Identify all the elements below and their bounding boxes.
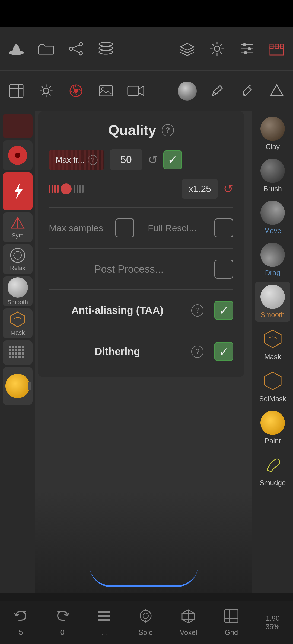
svg-rect-20	[275, 44, 278, 48]
svg-rect-56	[15, 352, 17, 355]
multiplier-reset[interactable]: ↺	[223, 182, 233, 196]
svg-rect-47	[18, 346, 21, 348]
left-tool-red-circle[interactable]	[3, 140, 33, 170]
layers-icon[interactable]	[176, 38, 198, 60]
grid-label: Grid	[225, 628, 238, 637]
smudge-label: Smudge	[260, 479, 286, 487]
left-tool-flash[interactable]	[3, 172, 33, 210]
anti-aliasing-help-icon[interactable]: ?	[191, 304, 203, 317]
content-area: Sym Relax Smooth Mask Clay	[0, 111, 293, 593]
max-fr-checkbox[interactable]: ✓	[163, 150, 182, 169]
max-samples-checkbox[interactable]	[115, 218, 134, 237]
pen-icon[interactable]: ...	[206, 80, 228, 102]
nav-voxel[interactable]: Voxel	[180, 608, 197, 637]
nav-menu[interactable]: ...	[97, 608, 112, 637]
castle-icon[interactable]	[266, 38, 288, 60]
grid-icon[interactable]	[5, 80, 27, 102]
svg-point-1	[79, 43, 82, 46]
left-tool-paint-ball[interactable]	[3, 367, 33, 405]
multiplier-value[interactable]: x1.25	[182, 179, 218, 199]
max-fr-button[interactable]: Max fr... ?	[49, 150, 104, 170]
right-tool-selmask[interactable]: SelMask	[255, 366, 290, 406]
tick8	[82, 185, 84, 193]
triangle-icon[interactable]	[266, 80, 288, 102]
share-icon[interactable]	[65, 38, 87, 60]
full-resol-checkbox[interactable]	[214, 218, 233, 237]
svg-rect-64	[98, 611, 110, 613]
mask-left-label: Mask	[11, 329, 25, 336]
solo-label: Solo	[139, 628, 153, 637]
nav-solo[interactable]: Solo	[138, 608, 153, 637]
left-tool-smooth[interactable]: Smooth	[3, 276, 33, 306]
brush-label: Brush	[263, 185, 282, 193]
left-tool-dots[interactable]	[3, 340, 33, 365]
max-fr-help-icon[interactable]: ?	[88, 155, 98, 165]
slider-thumb[interactable]	[61, 183, 72, 194]
left-tool-darkbox[interactable]	[3, 114, 33, 138]
anti-aliasing-checkbox[interactable]: ✓	[214, 301, 233, 320]
image-icon[interactable]	[95, 80, 117, 102]
settings-icon[interactable]	[206, 38, 228, 60]
svg-line-34	[73, 86, 74, 91]
nav-grid[interactable]: Grid	[224, 608, 239, 637]
hat-icon[interactable]	[5, 38, 27, 60]
svg-rect-37	[128, 86, 139, 95]
samples-resol-row: Max samples Full Resol...	[49, 213, 233, 243]
svg-rect-35	[99, 86, 113, 96]
right-tool-mask[interactable]: Mask	[255, 324, 290, 364]
right-tool-clay[interactable]: Clay	[255, 114, 290, 154]
right-tool-move[interactable]: Move	[255, 198, 290, 238]
post-process-checkbox[interactable]	[214, 260, 233, 279]
blue-arc	[90, 565, 198, 587]
paint-label: Paint	[265, 437, 281, 445]
sliders-icon[interactable]: ...	[236, 38, 258, 60]
redo-icon	[55, 608, 70, 626]
left-tool-mask[interactable]: Mask	[3, 308, 33, 338]
svg-rect-22	[10, 84, 23, 98]
video-icon[interactable]	[125, 80, 146, 102]
svg-point-2	[79, 52, 82, 55]
right-tool-smooth[interactable]: Smooth	[255, 282, 290, 322]
folder-icon[interactable]	[35, 38, 57, 60]
stack-icon[interactable]: ...	[95, 38, 117, 60]
dithering-help-icon[interactable]: ?	[191, 346, 203, 358]
tick6	[77, 185, 78, 193]
relax-label: Relax	[10, 265, 25, 272]
svg-text:...: ...	[218, 96, 221, 98]
sun-icon[interactable]	[35, 80, 57, 102]
right-tool-smudge[interactable]: Smudge	[255, 450, 290, 490]
selmask-label: SelMask	[259, 395, 286, 403]
max-fr-value[interactable]: 50	[110, 149, 142, 170]
bottom-nav: 5 0 ... Solo Voxel Grid 1.90 35%	[0, 601, 293, 644]
svg-point-43	[11, 248, 25, 262]
voxel-label: Voxel	[180, 628, 197, 637]
nav-undo[interactable]: 5	[13, 608, 28, 637]
dropper-icon[interactable]	[236, 80, 258, 102]
tick2	[52, 185, 53, 193]
right-tool-paint[interactable]: Paint	[255, 408, 290, 448]
divider4	[49, 331, 233, 331]
svg-point-6	[99, 42, 113, 46]
left-tool-relax[interactable]: Relax	[3, 244, 33, 274]
svg-point-27	[43, 88, 49, 94]
right-tool-drag[interactable]: Drag	[255, 240, 290, 280]
tick3	[54, 185, 56, 193]
svg-point-3	[69, 47, 73, 50]
full-resol-label: Full Resol...	[148, 223, 209, 233]
quality-help-icon[interactable]: ?	[162, 124, 174, 136]
anti-aliasing-label: Anti-aliasing (TAA)	[49, 305, 186, 316]
svg-rect-44	[9, 346, 11, 348]
sphere-preview-icon[interactable]	[176, 80, 198, 102]
max-fr-reset[interactable]: ↺	[148, 153, 158, 167]
max-samples-label: Max samples	[49, 223, 110, 233]
svg-rect-21	[280, 44, 284, 48]
left-tool-sym[interactable]: Sym	[3, 212, 33, 242]
dialog-title: Quality ?	[49, 122, 233, 138]
svg-rect-61	[15, 356, 17, 358]
dithering-checkbox[interactable]: ✓	[214, 342, 233, 361]
quality-slider[interactable]	[49, 182, 176, 196]
svg-rect-53	[22, 349, 24, 351]
nav-redo[interactable]: 0	[55, 608, 70, 637]
aperture-icon[interactable]	[65, 80, 87, 102]
right-tool-brush[interactable]: Brush	[255, 156, 290, 196]
